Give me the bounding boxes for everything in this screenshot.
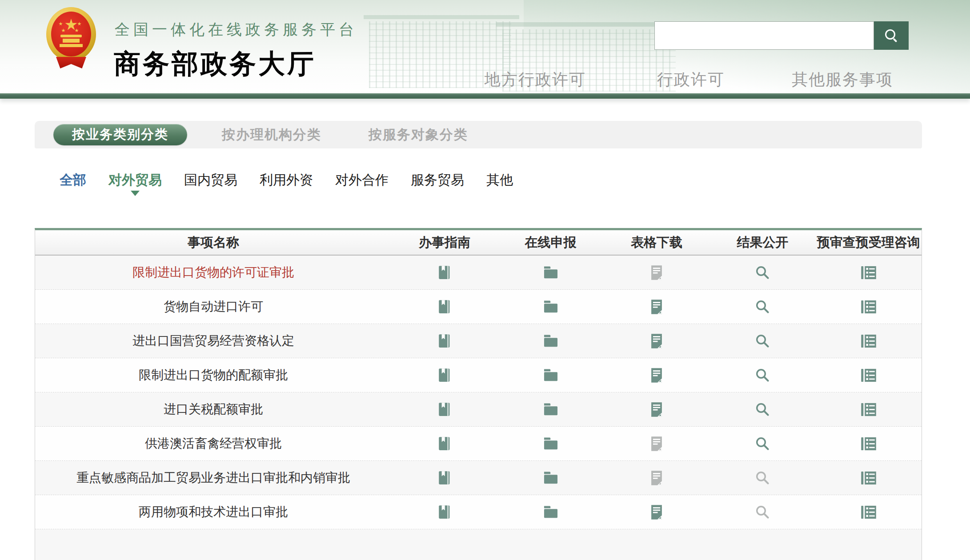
magnifier-icon <box>754 367 770 383</box>
magnifier-icon <box>754 333 770 349</box>
service-item-link[interactable]: 货物自动进口许可 <box>35 298 392 315</box>
nav-item-local-licensing[interactable]: 地方行政许可 <box>485 69 586 91</box>
magnifier-icon <box>754 299 770 315</box>
table-row-partial <box>35 529 922 560</box>
tab-by-service-target[interactable]: 按服务对象分类 <box>369 126 468 144</box>
document-icon <box>650 401 663 418</box>
form-download-action[interactable] <box>604 299 709 315</box>
folder-icon <box>542 436 559 451</box>
table-row: 进出口国营贸易经营资格认定 <box>35 324 922 358</box>
form-download-action[interactable] <box>604 401 709 418</box>
table-header-row: 事项名称 办事指南 在线申报 表格下载 结果公开 预审查预受理咨询 <box>35 230 922 256</box>
site-title: 商务部政务大厅 <box>114 46 316 82</box>
category-foreign-investment[interactable]: 利用外资 <box>260 171 313 189</box>
service-item-link[interactable]: 进口关税配额审批 <box>35 401 392 418</box>
online-apply-action[interactable] <box>497 300 603 314</box>
form-download-action[interactable] <box>604 436 709 452</box>
pre-review-action[interactable] <box>816 265 922 280</box>
table-row: 限制进出口货物的配额审批 <box>35 358 922 392</box>
result-publish-action[interactable] <box>709 436 815 452</box>
result-publish-action[interactable] <box>709 367 815 383</box>
folder-icon <box>542 300 559 314</box>
form-download-action[interactable] <box>604 264 709 281</box>
book-icon <box>437 367 452 383</box>
main-content: 按业务类别分类 按办理机构分类 按服务对象分类 全部 对外贸易 国内贸易 利用外… <box>35 121 922 560</box>
guide-action[interactable] <box>392 401 497 417</box>
tab-by-business-type[interactable]: 按业务类别分类 <box>53 124 187 145</box>
category-other[interactable]: 其他 <box>486 171 513 189</box>
result-publish-action[interactable] <box>709 299 815 315</box>
category-all[interactable]: 全部 <box>60 171 86 189</box>
online-apply-action[interactable] <box>497 436 603 451</box>
guide-action[interactable] <box>392 436 497 452</box>
page-header: 全国一体化在线政务服务平台 商务部政务大厅 地方行政许可 行政许可 其他服务事项 <box>0 0 970 93</box>
tab-by-agency[interactable]: 按办理机构分类 <box>222 126 321 144</box>
form-download-action[interactable] <box>604 470 709 486</box>
table-row: 限制进出口货物的许可证审批 <box>35 256 922 290</box>
table-row: 两用物项和技术进出口审批 <box>35 495 922 529</box>
guide-action[interactable] <box>392 367 497 383</box>
pre-review-action[interactable] <box>816 436 922 452</box>
result-publish-action[interactable] <box>709 264 815 280</box>
online-apply-action[interactable] <box>497 471 603 485</box>
form-download-action[interactable] <box>604 367 709 384</box>
online-apply-action[interactable] <box>497 265 603 280</box>
book-icon <box>437 264 452 280</box>
guide-action[interactable] <box>392 299 497 315</box>
folder-icon <box>542 505 559 519</box>
folder-icon <box>542 368 559 382</box>
form-download-action[interactable] <box>604 504 709 520</box>
magnifier-icon <box>754 504 770 520</box>
guide-action[interactable] <box>392 333 497 349</box>
search-button[interactable] <box>874 21 909 50</box>
service-item-link[interactable]: 两用物项和技术进出口审批 <box>35 504 392 520</box>
search-box <box>654 21 909 50</box>
document-icon <box>650 436 663 452</box>
online-apply-action[interactable] <box>497 334 603 348</box>
service-item-link[interactable]: 进出口国营贸易经营资格认定 <box>35 332 392 349</box>
category-filter-row: 全部 对外贸易 国内贸易 利用外资 对外合作 服务贸易 其他 <box>35 171 513 189</box>
table-row: 重点敏感商品加工贸易业务进出口审批和内销审批 <box>35 461 922 495</box>
category-service-trade[interactable]: 服务贸易 <box>411 171 464 189</box>
classification-tab-strip: 按业务类别分类 按办理机构分类 按服务对象分类 <box>35 121 922 148</box>
result-publish-action[interactable] <box>709 401 815 417</box>
triangle-down-icon <box>131 191 140 196</box>
pre-review-action[interactable] <box>816 402 922 417</box>
folder-icon <box>542 471 559 485</box>
national-emblem-logo <box>46 7 96 69</box>
book-icon <box>437 333 452 349</box>
guide-action[interactable] <box>392 504 497 520</box>
guide-action[interactable] <box>392 470 497 486</box>
service-item-link[interactable]: 重点敏感商品加工贸易业务进出口审批和内销审批 <box>35 469 392 486</box>
online-apply-action[interactable] <box>497 368 603 382</box>
document-icon <box>650 264 663 281</box>
result-publish-action[interactable] <box>709 504 815 520</box>
pre-review-action[interactable] <box>816 368 922 383</box>
pre-review-action[interactable] <box>816 299 922 315</box>
folder-icon <box>542 402 559 416</box>
service-item-link[interactable]: 供港澳活畜禽经营权审批 <box>35 435 392 452</box>
category-domestic-trade[interactable]: 国内贸易 <box>184 171 237 189</box>
nav-item-licensing[interactable]: 行政许可 <box>657 69 725 91</box>
service-item-link[interactable]: 限制进出口货物的配额审批 <box>35 367 392 384</box>
column-header-guide: 办事指南 <box>392 234 497 252</box>
category-foreign-trade[interactable]: 对外贸易 <box>108 171 162 189</box>
magnifier-icon <box>754 401 770 417</box>
column-header-pre-review: 预审查预受理咨询 <box>816 234 922 252</box>
service-item-link[interactable]: 限制进出口货物的许可证审批 <box>35 264 392 281</box>
guide-action[interactable] <box>392 264 497 280</box>
result-publish-action[interactable] <box>709 470 815 486</box>
document-icon <box>650 504 663 520</box>
search-input[interactable] <box>654 21 874 50</box>
category-foreign-cooperation[interactable]: 对外合作 <box>335 171 389 189</box>
pre-review-action[interactable] <box>816 504 922 520</box>
pre-review-action[interactable] <box>816 470 922 486</box>
form-download-action[interactable] <box>604 333 709 349</box>
document-icon <box>650 470 663 486</box>
register-grid-icon <box>860 470 877 486</box>
pre-review-action[interactable] <box>816 333 922 349</box>
online-apply-action[interactable] <box>497 505 603 519</box>
online-apply-action[interactable] <box>497 402 603 416</box>
nav-item-other-services[interactable]: 其他服务事项 <box>792 69 893 91</box>
result-publish-action[interactable] <box>709 333 815 349</box>
